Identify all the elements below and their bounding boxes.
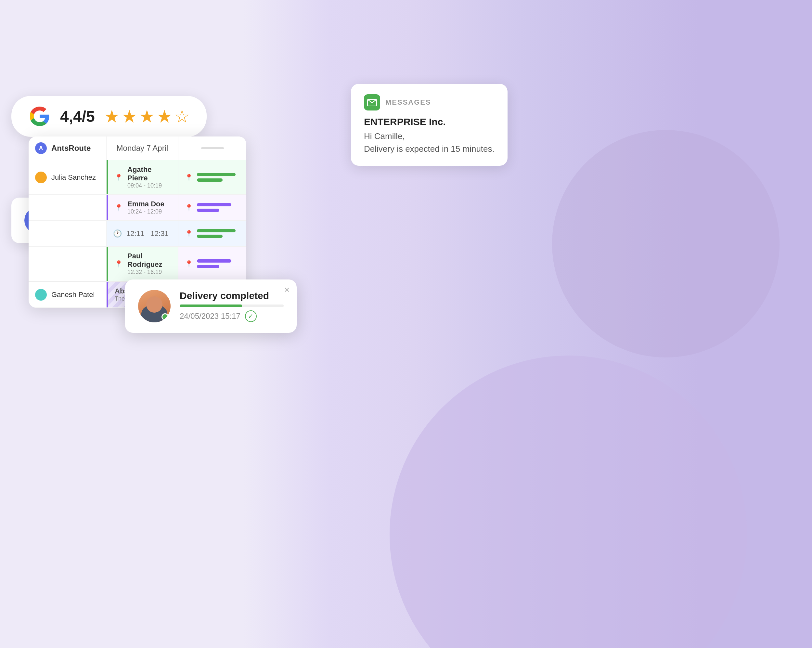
bar-4-top bbox=[197, 259, 231, 263]
pin-icon-4: 📍 bbox=[115, 260, 123, 268]
pin-icon-1: 📍 bbox=[115, 174, 123, 181]
entry-2-info: Emma Doe 10:24 - 12:09 bbox=[127, 200, 165, 215]
entry-4-right: 📍 bbox=[178, 247, 246, 281]
driver-1-avatar bbox=[35, 171, 47, 183]
entry-4-bars bbox=[197, 259, 240, 268]
google-logo-icon bbox=[28, 105, 51, 128]
delivery-title: Delivery completed bbox=[180, 290, 284, 301]
entry-paul-row: 📍 Paul Rodriguez 12:32 - 16:19 📍 bbox=[29, 247, 246, 281]
entry-break-right: 📍 bbox=[178, 221, 246, 246]
star-rating: ★ ★ ★ ★ ☆ bbox=[104, 106, 190, 127]
bar-2-top bbox=[197, 203, 231, 206]
entry-paul-left-empty bbox=[29, 247, 107, 281]
decorative-circle-2 bbox=[552, 130, 780, 358]
driver-2-avatar bbox=[35, 289, 47, 301]
entry-1-info: Agathe Pierre 09:04 - 10:19 bbox=[127, 165, 172, 189]
delivery-datetime: 24/05/2023 15:17 ✓ bbox=[180, 310, 284, 322]
entry-break: 🕐 12:11 - 12:31 bbox=[107, 221, 178, 246]
delivery-progress-fill bbox=[180, 304, 242, 307]
entry-4-info: Paul Rodriguez 12:32 - 16:19 bbox=[127, 252, 172, 275]
right-pin-4-icon: 📍 bbox=[185, 260, 193, 268]
decorative-circle-1 bbox=[389, 356, 747, 648]
delivery-timestamp: 24/05/2023 15:17 bbox=[180, 312, 240, 321]
entry-emma-doe: 📍 Emma Doe 10:24 - 12:09 bbox=[107, 195, 178, 220]
entry-2-name: Emma Doe bbox=[127, 200, 165, 208]
entry-1-time: 09:04 - 10:19 bbox=[127, 182, 172, 189]
messages-header: MESSAGES bbox=[364, 94, 495, 110]
entry-1-name: Agathe Pierre bbox=[127, 165, 172, 182]
entry-emma-left-empty bbox=[29, 195, 107, 220]
driver-2-name: Ganesh Patel bbox=[51, 290, 95, 299]
online-indicator bbox=[162, 313, 169, 321]
right-pin-1-icon: 📍 bbox=[185, 174, 193, 181]
delivery-card: × Delivery completed 24/05/2023 15:17 ✓ bbox=[125, 280, 297, 333]
entry-4-time: 12:32 - 16:19 bbox=[127, 269, 172, 275]
entry-break-time: 12:11 - 12:31 bbox=[127, 229, 169, 238]
star-2-icon: ★ bbox=[122, 106, 137, 127]
delivery-info: Delivery completed 24/05/2023 15:17 ✓ bbox=[180, 290, 284, 322]
entry-2-bars bbox=[197, 203, 240, 212]
driver-1-cell: Julia Sanchez bbox=[29, 160, 107, 194]
photo-background bbox=[243, 0, 812, 648]
schedule-logo-cell: A AntsRoute bbox=[29, 136, 107, 160]
entry-emma-row: 📍 Emma Doe 10:24 - 12:09 📍 bbox=[29, 195, 246, 221]
entry-2-right: 📍 bbox=[178, 195, 246, 220]
star-3-icon: ★ bbox=[139, 106, 155, 127]
entry-break-bars bbox=[197, 229, 240, 238]
entry-agathe-pierre: 📍 Agathe Pierre 09:04 - 10:19 bbox=[107, 160, 178, 194]
delivery-progress-bar bbox=[180, 304, 284, 307]
schedule-scroll-hint bbox=[178, 136, 246, 160]
driver-2-cell: Ganesh Patel bbox=[29, 282, 107, 307]
entry-1-right: 📍 bbox=[178, 160, 246, 194]
google-rating-card: 4,4/5 ★ ★ ★ ★ ☆ bbox=[11, 96, 207, 137]
check-icon: ✓ bbox=[245, 310, 257, 322]
pin-icon-2: 📍 bbox=[115, 204, 123, 212]
entry-4-name: Paul Rodriguez bbox=[127, 252, 172, 269]
entry-1-bars bbox=[197, 173, 240, 182]
bar-1-top bbox=[197, 173, 235, 176]
right-pin-2-icon: 📍 bbox=[185, 204, 193, 212]
messages-text: Hi Camille, Delivery is expected in 15 m… bbox=[364, 130, 495, 155]
bar-break-bot bbox=[197, 235, 223, 238]
entry-2-time: 10:24 - 12:09 bbox=[127, 208, 165, 215]
star-5-icon: ☆ bbox=[174, 106, 190, 127]
close-button[interactable]: × bbox=[284, 285, 290, 295]
driver-1-row: Julia Sanchez 📍 Agathe Pierre 09:04 - 10… bbox=[29, 160, 246, 195]
entry-paul-rodriguez: 📍 Paul Rodriguez 12:32 - 16:19 bbox=[107, 247, 178, 281]
bar-1-bot bbox=[197, 179, 223, 182]
rating-score: 4,4/5 bbox=[60, 108, 95, 125]
schedule-date: Monday 7 April bbox=[117, 144, 168, 153]
bar-2-bot bbox=[197, 209, 219, 212]
star-1-icon: ★ bbox=[104, 106, 119, 127]
scroll-indicator bbox=[201, 147, 224, 149]
logo-text: AntsRoute bbox=[51, 144, 91, 153]
star-4-icon: ★ bbox=[157, 106, 172, 127]
entry-break-row: 🕐 12:11 - 12:31 📍 bbox=[29, 221, 246, 247]
delivery-person-avatar bbox=[138, 290, 171, 322]
schedule-header-row: A AntsRoute Monday 7 April bbox=[29, 136, 246, 160]
messages-card: MESSAGES ENTERPRISE Inc. Hi Camille, Del… bbox=[351, 84, 508, 166]
driver-1-name: Julia Sanchez bbox=[51, 173, 96, 182]
schedule-date-cell: Monday 7 April bbox=[107, 136, 178, 160]
messages-company: ENTERPRISE Inc. bbox=[364, 116, 495, 127]
entry-break-left-empty bbox=[29, 221, 107, 246]
bar-break-top bbox=[197, 229, 235, 232]
antsroute-logo-icon: A bbox=[35, 142, 47, 154]
messages-app-icon bbox=[364, 94, 380, 110]
messages-label: MESSAGES bbox=[385, 98, 431, 107]
bar-4-bot bbox=[197, 265, 219, 268]
right-pin-break-icon: 📍 bbox=[185, 230, 193, 238]
break-icon: 🕐 bbox=[113, 229, 122, 238]
